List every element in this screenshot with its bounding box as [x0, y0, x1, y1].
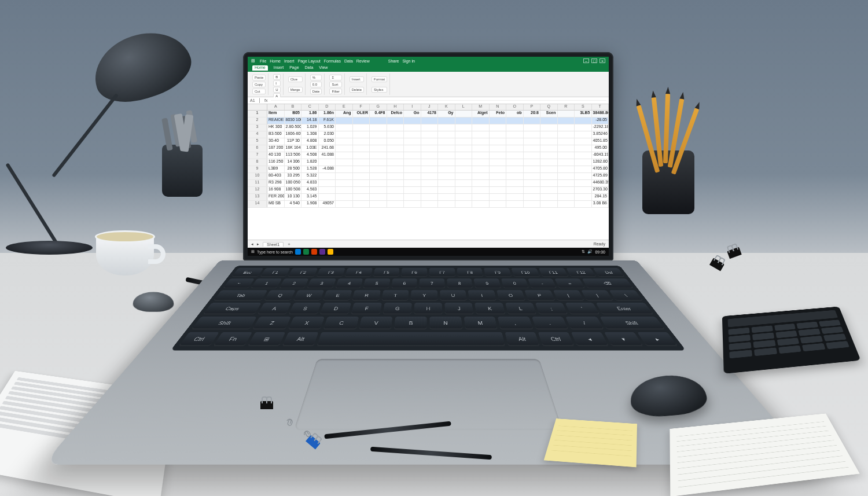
- cell[interactable]: 100 508: [285, 187, 302, 193]
- cell[interactable]: L3B9: [267, 166, 285, 172]
- ribbon-button[interactable]: Paste: [252, 75, 266, 80]
- cell[interactable]: [404, 166, 421, 172]
- cell[interactable]: [506, 152, 524, 159]
- cell[interactable]: [490, 131, 507, 138]
- cell[interactable]: [455, 131, 473, 138]
- taskbar-app-icon[interactable]: [303, 249, 309, 255]
- cell[interactable]: [524, 124, 541, 131]
- taskbar-app-icon[interactable]: [311, 249, 317, 255]
- ribbon-button[interactable]: Cut: [252, 89, 266, 94]
- cell[interactable]: 49057: [319, 201, 336, 207]
- cell[interactable]: 14.18: [301, 117, 319, 124]
- cell[interactable]: 1.86: [301, 111, 319, 117]
- cell[interactable]: [438, 201, 455, 207]
- nav-prev-icon[interactable]: ◂: [251, 242, 253, 247]
- cell[interactable]: 3LB5: [575, 111, 592, 117]
- ribbon-button[interactable]: Styles: [372, 87, 387, 93]
- ribbon-button[interactable]: Format: [372, 76, 387, 82]
- cell[interactable]: 2703.30: [592, 187, 609, 193]
- cell[interactable]: [575, 187, 592, 193]
- cell[interactable]: [387, 194, 404, 200]
- cell[interactable]: [524, 145, 541, 152]
- cell[interactable]: [558, 117, 575, 124]
- cell[interactable]: [490, 194, 507, 200]
- cell[interactable]: [506, 166, 524, 172]
- cell[interactable]: FER 200: [267, 194, 285, 200]
- table-row[interactable]: 6187 20016K 1641.03E241.68495.00: [248, 145, 609, 152]
- ribbon-button[interactable]: Copy: [252, 82, 266, 87]
- table-row[interactable]: 11R3 298100 0504.83344680.35: [248, 180, 609, 187]
- cell[interactable]: [387, 131, 404, 138]
- cell[interactable]: [490, 166, 507, 172]
- cell[interactable]: [336, 187, 353, 193]
- cell[interactable]: [336, 131, 353, 138]
- cell[interactable]: [506, 145, 524, 152]
- ribbon-button[interactable]: Insert: [350, 76, 364, 82]
- cell[interactable]: 100 050: [285, 180, 302, 186]
- cell[interactable]: -2292.18: [592, 124, 609, 131]
- cell[interactable]: 3.145: [301, 194, 319, 200]
- column-header[interactable]: D: [319, 104, 336, 110]
- taskbar-app-icon[interactable]: [328, 249, 333, 255]
- cell[interactable]: [353, 180, 370, 186]
- cell[interactable]: B3-500: [267, 131, 285, 138]
- cell[interactable]: [336, 201, 353, 207]
- cell[interactable]: [421, 131, 439, 138]
- taskbar-app-icon[interactable]: [319, 249, 325, 255]
- ribbon-tab[interactable]: Page: [289, 65, 299, 71]
- cell[interactable]: [455, 152, 473, 159]
- cell[interactable]: 4.583: [301, 187, 319, 193]
- cell[interactable]: [455, 187, 473, 193]
- cell[interactable]: [506, 187, 524, 193]
- cell[interactable]: [421, 124, 439, 131]
- cell[interactable]: [370, 173, 387, 179]
- cell[interactable]: [558, 166, 575, 172]
- cell[interactable]: Feto: [490, 111, 507, 117]
- close-button[interactable]: ×: [599, 58, 605, 63]
- cell[interactable]: REAIOE: [267, 117, 285, 124]
- cell[interactable]: [575, 180, 592, 186]
- ribbon-button[interactable]: I: [273, 80, 280, 86]
- cell[interactable]: [421, 166, 439, 172]
- cell[interactable]: [319, 159, 336, 166]
- ribbon-tab[interactable]: Data: [305, 65, 314, 71]
- menu-item[interactable]: Review: [356, 59, 370, 63]
- column-header[interactable]: O: [506, 104, 524, 110]
- cell[interactable]: [540, 159, 558, 166]
- cell[interactable]: [404, 194, 421, 200]
- cell[interactable]: 4705.80: [592, 166, 609, 172]
- cell[interactable]: [455, 124, 473, 131]
- cell[interactable]: [336, 173, 353, 179]
- cell[interactable]: Alget: [472, 111, 490, 117]
- cell[interactable]: [421, 145, 439, 152]
- cell[interactable]: [558, 180, 575, 186]
- cell[interactable]: [387, 152, 404, 159]
- cell[interactable]: F.61K: [319, 117, 336, 124]
- cell[interactable]: [438, 145, 455, 152]
- cell[interactable]: [540, 138, 558, 145]
- cell[interactable]: [421, 159, 439, 166]
- cell[interactable]: [387, 138, 404, 145]
- cell[interactable]: 495.00: [592, 145, 609, 152]
- cell[interactable]: [472, 131, 490, 138]
- cell[interactable]: [370, 180, 387, 186]
- cell[interactable]: [575, 173, 592, 179]
- ribbon-tab[interactable]: View: [319, 65, 328, 71]
- cell[interactable]: [421, 117, 439, 124]
- cell[interactable]: [421, 201, 439, 207]
- cell[interactable]: [524, 173, 541, 179]
- cell[interactable]: [336, 145, 353, 152]
- cell[interactable]: -8043.19: [592, 152, 609, 159]
- cell[interactable]: [387, 117, 404, 124]
- cell[interactable]: [524, 131, 541, 138]
- cell[interactable]: [472, 166, 490, 172]
- cell[interactable]: [540, 145, 558, 152]
- cell[interactable]: 1.03E: [301, 145, 319, 152]
- cell[interactable]: [353, 145, 370, 152]
- ribbon-button[interactable]: Σ: [329, 75, 341, 80]
- cell[interactable]: [370, 187, 387, 193]
- cell[interactable]: [404, 201, 421, 207]
- menu-item[interactable]: Data: [344, 59, 353, 63]
- column-header[interactable]: R: [558, 104, 575, 110]
- cell[interactable]: 187 200: [267, 145, 285, 152]
